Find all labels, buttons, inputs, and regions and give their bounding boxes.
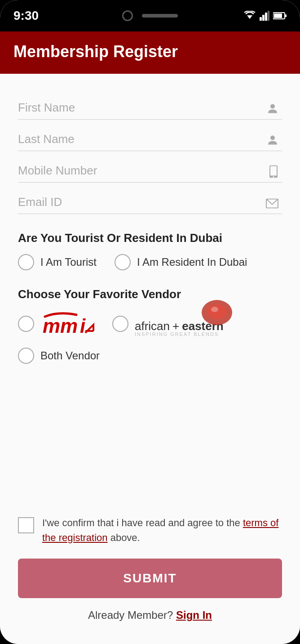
tourist-radio[interactable] xyxy=(18,254,34,270)
terms-suffix: above. xyxy=(110,532,140,543)
person-icon-first xyxy=(267,103,278,117)
svg-text:i: i xyxy=(80,315,86,336)
mmi-logo-svg: mm i xyxy=(40,311,94,336)
terms-checkbox[interactable] xyxy=(18,517,34,533)
svg-rect-4 xyxy=(268,11,269,21)
terms-text: I'we confirm that i have read and agree … xyxy=(42,515,282,545)
camera-notch xyxy=(122,10,178,21)
tourist-radio-group: I Am Tourist I Am Resident In Dubai xyxy=(18,254,282,270)
mmi-radio[interactable] xyxy=(18,316,34,332)
battery-icon xyxy=(273,12,287,20)
app-bar: Membership Register xyxy=(0,31,300,74)
already-member-text: Already Member? xyxy=(88,609,176,621)
svg-rect-6 xyxy=(274,13,282,18)
phone-frame: 9:30 xyxy=(0,0,300,644)
signal-icon xyxy=(260,11,269,21)
terms-row: I'we confirm that i have read and agree … xyxy=(18,515,282,545)
email-group xyxy=(18,195,282,214)
svg-rect-7 xyxy=(285,14,287,17)
spacer xyxy=(18,373,282,515)
last-name-group xyxy=(18,132,282,151)
both-vendor-option[interactable]: Both Vendor xyxy=(18,348,100,364)
first-name-group xyxy=(18,101,282,120)
svg-text:mm: mm xyxy=(43,315,78,336)
status-bar: 9:30 xyxy=(0,0,300,31)
mobile-input[interactable] xyxy=(18,164,282,178)
sign-in-link[interactable]: Sign In xyxy=(176,609,212,621)
vendor-section-label: Choose Your Favorite Vendor xyxy=(18,287,282,301)
person-icon-last xyxy=(267,134,278,149)
status-icons xyxy=(243,11,287,21)
tourist-section-label: Are You Tourist Or Resident In Dubai xyxy=(18,231,282,245)
mobile-group xyxy=(18,164,282,183)
first-name-input[interactable] xyxy=(18,101,282,115)
svg-rect-3 xyxy=(265,13,267,21)
both-vendor-label: Both Vendor xyxy=(40,349,100,362)
svg-marker-0 xyxy=(247,15,252,19)
wifi-icon xyxy=(243,11,256,21)
svg-point-8 xyxy=(270,104,275,108)
main-content: Are You Tourist Or Resident In Dubai I A… xyxy=(0,74,300,644)
last-name-input[interactable] xyxy=(18,132,282,146)
terms-pre-text: I'we confirm that i have read and agree … xyxy=(42,517,240,528)
resident-option[interactable]: I Am Resident In Dubai xyxy=(115,254,247,270)
resident-label: I Am Resident In Dubai xyxy=(137,256,247,268)
ae-radio[interactable] xyxy=(112,316,128,332)
email-input[interactable] xyxy=(18,195,282,209)
status-time: 9:30 xyxy=(13,9,39,23)
email-icon xyxy=(266,197,278,211)
ae-vendor-option[interactable]: african + eastern INSPIRING GREAT BLENDS xyxy=(112,310,224,337)
svg-rect-2 xyxy=(262,15,265,21)
svg-point-18 xyxy=(211,307,218,312)
page-title: Membership Register xyxy=(13,42,287,61)
mmi-logo: mm i xyxy=(40,311,94,336)
gem-icon xyxy=(201,299,233,326)
camera-icon xyxy=(122,10,133,21)
ae-logo-container: african + eastern INSPIRING GREAT BLENDS xyxy=(135,310,224,337)
svg-rect-11 xyxy=(270,166,277,175)
ae-sub-text: INSPIRING GREAT BLENDS xyxy=(135,331,224,337)
phone-icon xyxy=(269,165,278,181)
svg-point-17 xyxy=(207,304,227,319)
resident-radio[interactable] xyxy=(115,254,131,270)
svg-point-12 xyxy=(273,176,274,178)
both-vendor-group: Both Vendor xyxy=(18,348,282,364)
tourist-option[interactable]: I Am Tourist xyxy=(18,254,97,270)
already-member-row: Already Member? Sign In xyxy=(18,609,282,622)
mmi-vendor-option[interactable]: mm i xyxy=(18,311,94,336)
both-vendor-radio[interactable] xyxy=(18,348,34,364)
vendor-row-1: mm i xyxy=(18,310,282,337)
svg-rect-1 xyxy=(260,17,262,21)
submit-button[interactable]: SUBMIT xyxy=(18,559,282,598)
speaker-bar xyxy=(142,14,178,18)
svg-point-9 xyxy=(270,135,275,140)
tourist-label: I Am Tourist xyxy=(40,256,97,268)
